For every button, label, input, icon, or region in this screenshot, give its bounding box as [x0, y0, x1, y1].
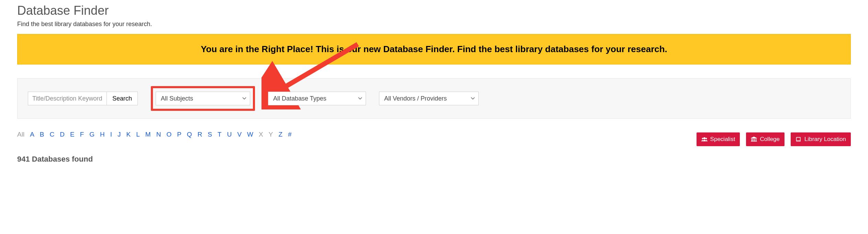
- subject-select[interactable]: All Subjects: [156, 92, 250, 105]
- banner-text: You are in the Right Place! This is our …: [201, 44, 667, 54]
- college-label: College: [760, 136, 780, 143]
- announcement-banner: You are in the Right Place! This is our …: [17, 34, 851, 65]
- alpha-and-buttons-row: AllABCDEFGHIJKLMNOPQRSTUVWXYZ# Specialis…: [17, 131, 851, 146]
- alpha-link-g[interactable]: G: [89, 131, 94, 138]
- alpha-link-c[interactable]: C: [50, 131, 55, 138]
- alpha-link-t[interactable]: T: [218, 131, 222, 138]
- vendor-filter: All Vendors / Providers: [379, 92, 479, 105]
- alpha-link-b[interactable]: B: [40, 131, 44, 138]
- alpha-link-l[interactable]: L: [136, 131, 140, 138]
- alpha-link-v[interactable]: V: [237, 131, 242, 138]
- alpha-link-s[interactable]: S: [208, 131, 212, 138]
- alpha-link-j[interactable]: J: [118, 131, 121, 138]
- alpha-link-z[interactable]: Z: [278, 131, 282, 138]
- action-buttons: Specialist College Library Location: [697, 131, 851, 146]
- library-location-button[interactable]: Library Location: [791, 132, 851, 146]
- college-button[interactable]: College: [746, 132, 784, 146]
- alpha-link-p[interactable]: P: [177, 131, 181, 138]
- alpha-link-x: X: [259, 131, 263, 138]
- alpha-link-e[interactable]: E: [70, 131, 75, 138]
- alpha-link-m[interactable]: M: [145, 131, 151, 138]
- book-icon: [795, 137, 802, 142]
- alpha-link-k[interactable]: K: [126, 131, 131, 138]
- search-button[interactable]: Search: [107, 92, 138, 105]
- alpha-link-r[interactable]: R: [198, 131, 202, 138]
- alpha-link-n[interactable]: N: [156, 131, 161, 138]
- alpha-link-all: All: [17, 131, 24, 138]
- alpha-link-h[interactable]: H: [100, 131, 105, 138]
- search-group: Search: [28, 92, 138, 105]
- subject-filter-highlighted: All Subjects: [151, 86, 255, 111]
- alpha-link-a[interactable]: A: [30, 131, 34, 138]
- alpha-link-i[interactable]: I: [110, 131, 112, 138]
- filter-bar: Search All Subjects All Database Types A…: [17, 78, 851, 119]
- type-filter: All Database Types: [268, 92, 366, 105]
- alpha-link-d[interactable]: D: [60, 131, 65, 138]
- page-subtitle: Find the best library databases for your…: [17, 21, 851, 28]
- alpha-link-#[interactable]: #: [288, 131, 292, 138]
- alpha-link-u[interactable]: U: [227, 131, 232, 138]
- alpha-link-w[interactable]: W: [247, 131, 253, 138]
- database-type-select[interactable]: All Database Types: [268, 92, 366, 105]
- alpha-link-q[interactable]: Q: [187, 131, 192, 138]
- specialist-label: Specialist: [710, 136, 735, 143]
- alpha-link-f[interactable]: F: [80, 131, 84, 138]
- alpha-link-y: Y: [269, 131, 273, 138]
- institution-icon: [751, 137, 757, 142]
- alpha-link-o[interactable]: O: [166, 131, 171, 138]
- vendor-select[interactable]: All Vendors / Providers: [379, 92, 479, 105]
- specialist-button[interactable]: Specialist: [697, 132, 740, 146]
- alpha-filter-list: AllABCDEFGHIJKLMNOPQRSTUVWXYZ#: [17, 131, 292, 138]
- library-label: Library Location: [804, 136, 846, 143]
- page-title: Database Finder: [17, 3, 851, 18]
- search-input[interactable]: [28, 92, 107, 105]
- results-count: 941 Databases found: [17, 155, 851, 164]
- users-icon: [701, 137, 708, 142]
